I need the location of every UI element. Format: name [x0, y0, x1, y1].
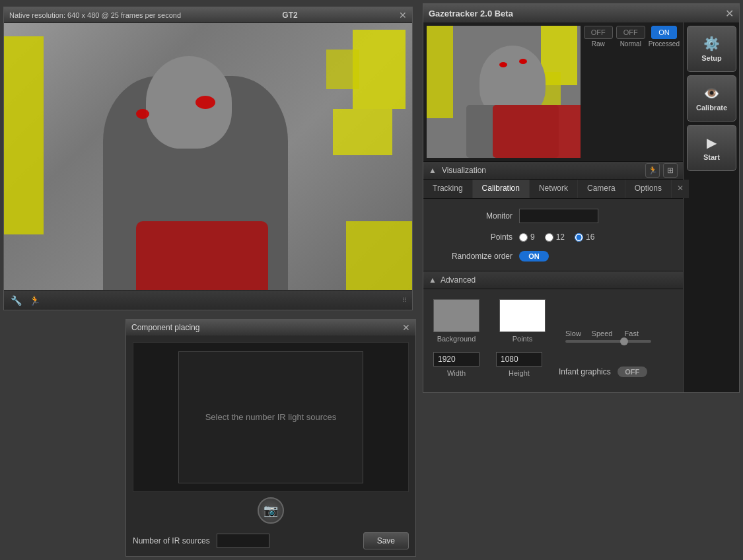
ir-instruction-text: Select the number IR light sources: [205, 412, 337, 422]
person-icon[interactable]: 🏃: [28, 294, 41, 307]
height-input[interactable]: [496, 352, 542, 367]
background-color-label: Background: [437, 335, 476, 343]
width-group: Width: [433, 352, 479, 377]
gazetracker-close-button[interactable]: ✕: [725, 7, 734, 20]
component-close-button[interactable]: ✕: [402, 323, 410, 332]
preview-controls: OFF Raw OFF Normal ON Processed: [584, 26, 680, 158]
gazetracker-title: Gazetracker 2.0 Beta: [429, 9, 513, 18]
gt-main: OFF Raw OFF Normal ON Processed ▲ Visual…: [423, 22, 683, 392]
preview-row: OFF Raw OFF Normal ON Processed: [423, 22, 683, 161]
speed-center-label: Speed: [590, 330, 614, 337]
randomize-row: Randomize order ON: [433, 251, 673, 262]
start-button[interactable]: ▶ Start: [687, 125, 736, 171]
camera-window: Native resolution: 640 x 480 @ 25 frames…: [3, 7, 413, 310]
monitor-label: Monitor: [433, 211, 513, 221]
speed-row: Slow Speed Fast: [565, 330, 651, 337]
visualization-bar[interactable]: ▲ Visualization 🏃 ⊞: [423, 161, 683, 180]
camera-resolution-text: Native resolution: 640 x 480 @ 25 frames…: [9, 11, 181, 19]
calibrate-icon: 👁️: [703, 85, 720, 101]
normal-toggle-button[interactable]: OFF: [616, 26, 645, 39]
radio-16-text: 16: [586, 232, 594, 242]
view-toggle-row: OFF Raw OFF Normal ON Processed: [584, 26, 680, 48]
start-icon: ▶: [707, 135, 717, 151]
fast-label: Fast: [619, 330, 639, 337]
radio-12-label[interactable]: 12: [545, 232, 565, 242]
processed-label: Processed: [649, 40, 680, 48]
calibrate-label: Calibrate: [696, 104, 727, 112]
gazetracker-titlebar: Gazetracker 2.0 Beta ✕: [423, 4, 739, 22]
camera-icon-area: 📷: [133, 492, 409, 529]
randomize-label: Randomize order: [433, 252, 513, 261]
randomize-toggle[interactable]: ON: [519, 251, 549, 262]
wrench-icon[interactable]: 🔧: [9, 294, 22, 307]
monitor-row: Monitor: [433, 209, 673, 223]
advanced-chevron-icon: ▲: [429, 275, 437, 285]
tab-close-button[interactable]: ✕: [672, 180, 689, 198]
component-title: Component placing: [131, 323, 199, 332]
advanced-label: Advanced: [441, 275, 476, 285]
speed-slider[interactable]: [565, 340, 651, 343]
ir-display-area: Select the number IR light sources: [133, 342, 409, 492]
viz-right-buttons: 🏃 ⊞: [645, 163, 678, 178]
raw-toggle-button[interactable]: OFF: [584, 26, 613, 39]
width-input[interactable]: [433, 352, 479, 367]
height-group: Height: [496, 352, 542, 377]
camera-lens-icon[interactable]: 📷: [258, 497, 284, 524]
component-content: Select the number IR light sources 📷 Num…: [126, 335, 415, 556]
slow-label: Slow: [565, 330, 585, 337]
setup-icon: ⚙️: [703, 36, 720, 52]
tab-options[interactable]: Options: [625, 180, 672, 198]
advanced-bar[interactable]: ▲ Advanced: [423, 271, 683, 289]
ir-source-row: Number of IR sources Save: [133, 529, 409, 549]
tab-camera[interactable]: Camera: [578, 180, 625, 198]
gazetracker-window: Gazetracker 2.0 Beta ✕ ⚙️ Setup 👁️ Calib…: [423, 3, 740, 393]
monitor-input[interactable]: [519, 209, 598, 223]
processed-toggle-button[interactable]: ON: [651, 26, 677, 39]
infant-graphics-label: Infant graphics: [559, 367, 611, 376]
component-titlebar: Component placing ✕: [126, 320, 415, 335]
width-label: Width: [433, 369, 479, 377]
radio-16-label[interactable]: 16: [575, 232, 594, 242]
ir-inner-box: Select the number IR light sources: [178, 351, 363, 483]
normal-label: Normal: [620, 40, 641, 48]
tabs-row: Tracking Calibration Network Camera Opti…: [423, 180, 683, 199]
advanced-content: Background Points Slow Speed Fast: [433, 289, 673, 377]
save-button[interactable]: Save: [363, 532, 409, 549]
points-color-swatch[interactable]: [499, 299, 546, 332]
viz-grid-icon-button[interactable]: ⊞: [663, 163, 678, 178]
radio-12-text: 12: [556, 232, 565, 242]
ir-source-label: Number of IR sources: [133, 536, 210, 545]
points-radio-group: 9 12 16: [519, 232, 594, 242]
preview-feed: [427, 26, 581, 158]
points-color-label: Points: [513, 335, 533, 343]
calibrate-button[interactable]: 👁️ Calibrate: [687, 75, 736, 122]
gt-sidebar: ⚙️ Setup 👁️ Calibrate ▶ Start: [683, 22, 739, 392]
camera-toolbar: 🔧 🏃 ⠿: [4, 290, 412, 310]
radio-9-text: 9: [530, 232, 535, 242]
camera-close-button[interactable]: ✕: [399, 11, 407, 20]
viz-person-icon-button[interactable]: 🏃: [645, 163, 660, 178]
radio-9-label[interactable]: 9: [519, 232, 535, 242]
radio-9-input[interactable]: [519, 233, 528, 242]
points-row: Points 9 12 16: [433, 232, 673, 242]
tab-calibration[interactable]: Calibration: [473, 180, 530, 198]
visualization-label: Visualization: [442, 166, 486, 175]
camera-title: GT2: [282, 11, 297, 20]
radio-16-input[interactable]: [575, 233, 583, 242]
setup-label: Setup: [701, 54, 722, 62]
infant-graphics-row: Infant graphics OFF: [559, 367, 647, 377]
setup-button[interactable]: ⚙️ Setup: [687, 26, 736, 72]
background-color-swatch[interactable]: [433, 299, 479, 332]
infant-graphics-toggle[interactable]: OFF: [618, 367, 647, 377]
ir-source-input[interactable]: [217, 534, 269, 548]
radio-12-input[interactable]: [545, 233, 553, 242]
visualization-chevron-icon: ▲: [429, 166, 437, 175]
tab-tracking[interactable]: Tracking: [423, 180, 473, 198]
start-label: Start: [703, 153, 720, 161]
points-label: Points: [433, 232, 513, 242]
calibration-tab-content: Monitor Points 9 12 16: [423, 199, 683, 392]
camera-feed: [4, 23, 412, 290]
height-label: Height: [496, 369, 542, 377]
resize-handle[interactable]: ⠿: [402, 297, 407, 304]
tab-network[interactable]: Network: [530, 180, 578, 198]
